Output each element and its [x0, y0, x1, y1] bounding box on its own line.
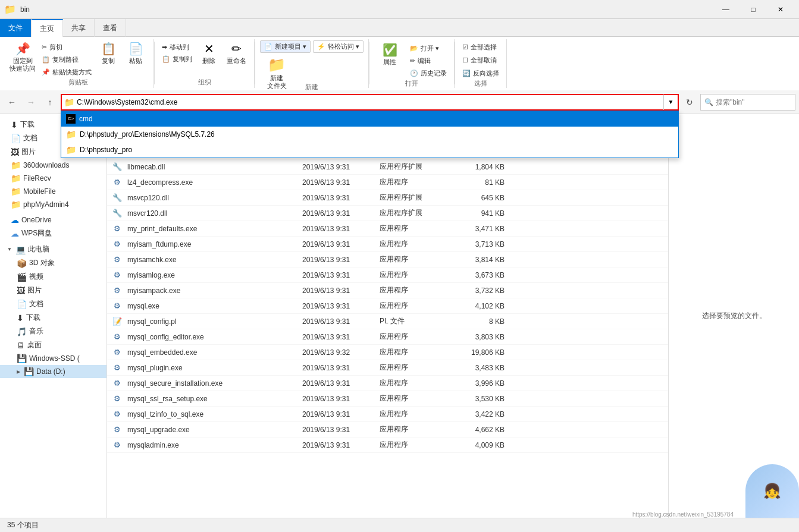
deselect-all-button[interactable]: ☐ 全部取消 — [460, 55, 499, 66]
paste-button[interactable]: 📄 粘贴 — [123, 39, 149, 76]
easy-access-button[interactable]: ⚡ 轻松访问 ▾ — [313, 40, 364, 53]
tab-view[interactable]: 查看 — [95, 19, 126, 37]
back-button[interactable]: ← — [4, 94, 20, 111]
move-to-button[interactable]: ➡ 移动到 — [159, 42, 195, 53]
file-icon-cell: ⚙ — [112, 332, 123, 342]
table-row[interactable]: ⚙ myisamlog.exe 2019/6/13 9:31 应用程序 3,67… — [107, 267, 668, 283]
table-row[interactable]: ⚙ mysql_secure_installation.exe 2019/6/1… — [107, 376, 668, 391]
table-row[interactable]: ⚙ lz4_decompress.exe 2019/6/13 9:31 应用程序… — [107, 175, 668, 190]
new-item-button[interactable]: 📄 新建项目 ▾ — [260, 40, 311, 53]
tab-file[interactable]: 文件 — [0, 19, 32, 37]
table-row[interactable]: ⚙ mysql_ssl_rsa_setup.exe 2019/6/13 9:31… — [107, 391, 668, 407]
sidebar-item-phpmyadmin[interactable]: 📁 phpMyAdmin4 — [0, 198, 106, 211]
file-name-cell: ⚙ mysql_upgrade.exe — [112, 424, 302, 435]
file-date-cell: 2019/6/13 9:31 — [302, 379, 380, 388]
forward-button[interactable]: → — [23, 94, 39, 111]
file-date-cell: 2019/6/13 9:31 — [302, 333, 380, 341]
tab-share[interactable]: 共享 — [63, 19, 95, 37]
file-name: my_print_defaults.exe — [127, 225, 197, 233]
file-name-cell: ⚙ mysql_secure_installation.exe — [112, 378, 302, 389]
sidebar-item-wps[interactable]: ☁ WPS网盘 — [0, 226, 106, 240]
file-name-cell: ⚙ mysql_ssl_rsa_setup.exe — [112, 394, 302, 404]
pin-quick-access-button[interactable]: 📌 固定到快速访问 — [7, 39, 38, 76]
sidebar-item-music[interactable]: 🎵 音乐 — [0, 325, 106, 338]
table-row[interactable]: ⚙ mysql_upgrade.exe 2019/6/13 9:31 应用程序 … — [107, 422, 668, 437]
select-label: 选择 — [474, 79, 487, 89]
minimize-button[interactable]: — — [712, 0, 740, 19]
sidebar-item-3d[interactable]: 📦 3D 对象 — [0, 256, 106, 270]
rename-button[interactable]: ✏ 重命名 — [223, 39, 249, 76]
exe-icon: ⚙ — [114, 394, 121, 403]
table-row[interactable]: ⚙ myisam_ftdump.exe 2019/6/13 9:31 应用程序 … — [107, 237, 668, 252]
watermark-area: 👧 — [728, 458, 799, 518]
cut-button[interactable]: ✂ 剪切 — [39, 42, 94, 53]
dll-icon: 🔧 — [112, 162, 122, 171]
sidebar-item-thispc[interactable]: ▼ 💻 此电脑 — [0, 243, 106, 256]
address-bar-container[interactable]: 📁 ▼ — [61, 94, 679, 111]
sidebar-item-data-d[interactable]: ▶ 💾 Data (D:) — [0, 365, 106, 378]
table-row[interactable]: ⚙ mysqladmin.exe 2019/6/13 9:31 应用程序 4,0… — [107, 437, 668, 453]
properties-button[interactable]: ✅ 属性 — [374, 40, 405, 77]
maximize-button[interactable]: □ — [740, 0, 767, 19]
table-row[interactable]: ⚙ mysql_embedded.exe 2019/6/13 9:32 应用程序… — [107, 345, 668, 360]
sidebar-item-pics[interactable]: 🖼 图片 — [0, 284, 106, 297]
copy-to-button[interactable]: 📋 复制到 — [159, 53, 195, 65]
exe-icon: ⚙ — [114, 425, 121, 434]
sidebar-item-video[interactable]: 🎬 视频 — [0, 270, 106, 284]
table-row[interactable]: ⚙ mysql_config_editor.exe 2019/6/13 9:31… — [107, 329, 668, 345]
address-input[interactable] — [77, 98, 663, 106]
table-row[interactable]: 🔧 msvcp120.dll 2019/6/13 9:31 应用程序扩展 645… — [107, 190, 668, 206]
preview-text: 选择要预览的文件。 — [702, 311, 766, 321]
table-row[interactable]: 📝 mysql_config.pl 2019/6/13 9:31 PL 文件 8… — [107, 314, 668, 329]
paste-shortcut-button[interactable]: 📌 粘贴快捷方式 — [39, 67, 94, 78]
file-date-cell: 2019/6/13 9:31 — [302, 302, 380, 310]
refresh-button[interactable]: ↻ — [681, 94, 698, 111]
music-icon: 🎵 — [17, 327, 27, 336]
file-name: mysql_embedded.exe — [127, 348, 197, 357]
sidebar-item-mobilefile[interactable]: 📁 MobileFile — [0, 185, 106, 198]
table-row[interactable]: ⚙ mysql_plugin.exe 2019/6/13 9:31 应用程序 3… — [107, 360, 668, 376]
dropdown-item-phpstudy[interactable]: 📁 D:\phpstudy_pro — [61, 142, 678, 158]
dropdown-item-mysql[interactable]: 📁 D:\phpstudy_pro\Extensions\MySQL5.7.26 — [61, 127, 678, 142]
file-date-cell: 2019/6/13 9:31 — [302, 287, 380, 295]
table-row[interactable]: ⚙ my_print_defaults.exe 2019/6/13 9:31 应… — [107, 221, 668, 237]
sidebar-item-desktop[interactable]: 🖥 桌面 — [0, 338, 106, 352]
dll-icon: 🔧 — [112, 209, 122, 218]
table-row[interactable]: ⚙ myisamchk.exe 2019/6/13 9:31 应用程序 3,81… — [107, 252, 668, 267]
select-all-button[interactable]: ☑ 全部选择 — [460, 42, 499, 53]
table-row[interactable]: ⚙ mysql_tzinfo_to_sql.exe 2019/6/13 9:31… — [107, 407, 668, 422]
sidebar-item-documents[interactable]: 📄 文档 — [0, 297, 106, 311]
invert-selection-button[interactable]: 🔄 反向选择 — [460, 68, 502, 79]
file-name: myisamlog.exe — [127, 271, 175, 279]
file-name-cell: ⚙ mysql.exe — [112, 301, 302, 311]
up-button[interactable]: ↑ — [42, 94, 58, 111]
tab-home[interactable]: 主页 — [32, 19, 63, 37]
search-input[interactable] — [716, 98, 781, 106]
open-button[interactable]: 📂 打开 ▾ — [408, 43, 449, 54]
sidebar-item-filerecv[interactable]: 📁 FileRecv — [0, 172, 106, 185]
table-row[interactable]: ⚙ myisampack.exe 2019/6/13 9:31 应用程序 3,7… — [107, 283, 668, 298]
edit-button[interactable]: ✏ 编辑 — [408, 55, 449, 67]
address-dropdown-btn[interactable]: ▼ — [663, 95, 678, 110]
table-row[interactable]: 🔧 msvcr120.dll 2019/6/13 9:31 应用程序扩展 941… — [107, 206, 668, 221]
360downloads-icon: 📁 — [11, 160, 21, 170]
table-row[interactable]: ⚙ mysql.exe 2019/6/13 9:31 应用程序 4,102 KB — [107, 298, 668, 314]
close-button[interactable]: ✕ — [767, 0, 794, 19]
search-box[interactable]: 🔍 — [700, 94, 795, 111]
delete-button[interactable]: ✕ 删除 — [196, 39, 222, 76]
file-icon-cell: ⚙ — [112, 347, 123, 358]
file-date-cell: 2019/6/13 9:31 — [302, 194, 380, 202]
file-icon-cell: ⚙ — [112, 239, 123, 250]
sidebar-item-onedrive[interactable]: ☁ OneDrive — [0, 213, 106, 226]
dropdown-item-cmd[interactable]: C> cmd — [61, 111, 678, 127]
history-button[interactable]: 🕐 历史记录 — [408, 68, 449, 79]
copy-button[interactable]: 📋 复制 — [95, 39, 121, 76]
new-folder-button[interactable]: 📁 新建文件夹 — [260, 54, 293, 83]
sidebar-item-downloads[interactable]: ⬇ 下载 — [0, 311, 106, 325]
sidebar-item-360downloads[interactable]: 📁 360downloads — [0, 159, 106, 172]
thispc-icon: 💻 — [15, 245, 26, 254]
table-row[interactable]: 🔧 libmecab.dll 2019/6/13 9:31 应用程序扩展 1,8… — [107, 159, 668, 175]
copy-path-button[interactable]: 📋 复制路径 — [39, 54, 94, 65]
new-item-icon: 📄 — [264, 43, 272, 51]
sidebar-item-windows-ssd[interactable]: 💾 Windows-SSD ( — [0, 352, 106, 365]
